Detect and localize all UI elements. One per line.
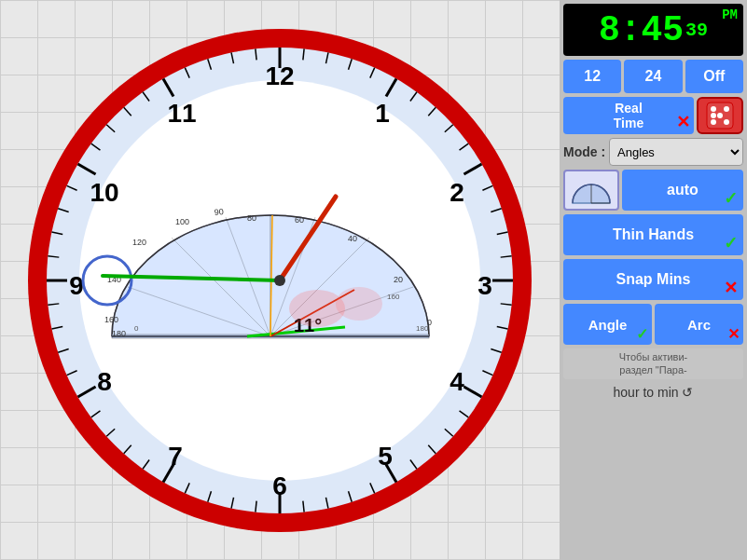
svg-point-97 <box>717 113 723 118</box>
activation-text: Чтобы активи-раздел "Пара- <box>619 351 688 376</box>
digital-clock: PM 8 : 45 39 <box>563 4 743 56</box>
svg-line-11 <box>482 185 492 190</box>
hour-7: 7 <box>168 442 183 471</box>
thin-hands-label: Thin Hands <box>613 226 694 242</box>
svg-line-8 <box>445 124 453 131</box>
svg-line-17 <box>497 326 508 328</box>
hour-2: 2 <box>450 178 464 207</box>
icon-auto-row: auto ✓ <box>563 170 743 211</box>
svg-text:100: 100 <box>175 217 189 226</box>
dice-icon <box>705 101 735 130</box>
btn-arc[interactable]: Arc ✕ <box>655 304 743 345</box>
mode-select[interactable]: Angles Time <box>609 138 743 166</box>
clock-area: 12 1 2 3 4 5 6 7 8 9 10 11 <box>0 0 560 560</box>
svg-text:20: 20 <box>394 275 403 284</box>
snap-mins-x: ✕ <box>724 278 738 298</box>
svg-line-37 <box>124 444 131 453</box>
hour-4: 4 <box>450 367 464 396</box>
arc-label: Arc <box>687 317 711 333</box>
svg-line-4 <box>370 67 375 77</box>
svg-line-14 <box>501 255 512 256</box>
svg-line-57 <box>208 59 212 69</box>
svg-line-41 <box>67 370 77 375</box>
svg-line-32 <box>231 497 233 508</box>
realtime-label: RealTime <box>614 101 643 130</box>
mode-label: Mode : <box>563 144 605 159</box>
btn-24-hour[interactable]: 24 <box>624 60 682 93</box>
svg-line-56 <box>185 67 189 77</box>
svg-line-58 <box>231 52 233 63</box>
svg-line-27 <box>349 491 353 501</box>
svg-line-13 <box>497 232 508 234</box>
hour-6: 6 <box>272 471 287 500</box>
hour-9: 9 <box>69 271 84 300</box>
svg-line-26 <box>370 483 375 493</box>
svg-text:180: 180 <box>112 329 126 338</box>
svg-point-96 <box>724 119 729 125</box>
ampm-label: PM <box>722 7 738 22</box>
svg-line-43 <box>51 326 62 328</box>
right-panel: PM 8 : 45 39 12 24 Off RealTime ✕ <box>560 0 747 560</box>
format-buttons-row: 12 24 Off <box>563 60 743 93</box>
svg-line-9 <box>460 143 469 150</box>
hour-11: 11 <box>167 99 196 128</box>
protractor-icon-button[interactable] <box>563 170 619 211</box>
svg-line-33 <box>208 491 212 501</box>
svg-line-3 <box>349 59 353 69</box>
auto-label: auto <box>667 182 699 198</box>
svg-text:160: 160 <box>387 293 400 301</box>
svg-line-7 <box>428 107 436 116</box>
arc-x: ✕ <box>727 325 740 343</box>
svg-line-18 <box>491 348 501 352</box>
svg-line-44 <box>48 303 59 304</box>
svg-point-95 <box>711 119 716 125</box>
btn-angle[interactable]: Angle ✓ <box>563 304 652 345</box>
btn-off[interactable]: Off <box>685 60 743 93</box>
svg-line-31 <box>256 500 256 512</box>
minutes-display: 45 <box>642 10 685 50</box>
angle-indicator-2 <box>336 287 382 321</box>
svg-line-52 <box>106 124 115 131</box>
angle-check: ✓ <box>636 325 648 343</box>
svg-text:40: 40 <box>348 234 357 243</box>
svg-line-50 <box>77 164 95 174</box>
angle-label: Angle <box>588 317 628 333</box>
seconds-display: 39 <box>685 20 708 41</box>
svg-point-98 <box>711 113 716 118</box>
svg-line-2 <box>325 52 327 63</box>
btn-12-hour[interactable]: 12 <box>563 60 621 93</box>
btn-realtime[interactable]: RealTime ✕ <box>563 97 694 134</box>
btn-auto[interactable]: auto ✓ <box>622 170 743 211</box>
btn-snap-mins[interactable]: Snap Mins ✕ <box>563 259 743 300</box>
dice-button[interactable] <box>697 97 743 134</box>
clock-face: 12 1 2 3 4 5 6 7 8 9 10 11 <box>28 29 532 532</box>
svg-line-12 <box>491 208 501 212</box>
btn-thin-hands[interactable]: Thin Hands ✓ <box>563 214 743 255</box>
svg-text:180: 180 <box>416 324 429 333</box>
svg-line-49 <box>67 185 77 190</box>
svg-line-1 <box>303 48 304 60</box>
colon-display: : <box>620 10 642 50</box>
svg-line-54 <box>143 91 149 101</box>
mode-row: Mode : Angles Time <box>563 138 743 166</box>
center-dot <box>274 275 285 286</box>
thin-hands-check: ✓ <box>724 233 738 253</box>
svg-line-29 <box>303 500 304 512</box>
svg-line-5 <box>386 78 396 96</box>
svg-line-6 <box>410 91 417 101</box>
svg-line-34 <box>185 483 189 493</box>
svg-line-24 <box>410 459 417 469</box>
svg-text:0: 0 <box>134 324 139 333</box>
hour-to-min-label: hour to min ↺ <box>614 385 694 400</box>
svg-line-23 <box>428 444 436 453</box>
svg-line-59 <box>256 48 256 60</box>
realtime-x: ✕ <box>676 112 690 132</box>
realtime-row: RealTime ✕ <box>563 97 743 134</box>
svg-line-55 <box>163 78 173 96</box>
hour-5: 5 <box>378 442 393 471</box>
svg-line-39 <box>91 410 101 417</box>
svg-line-40 <box>77 387 95 397</box>
svg-text:80: 80 <box>247 213 256 223</box>
hour-3: 3 <box>477 271 492 300</box>
svg-point-93 <box>711 106 716 112</box>
